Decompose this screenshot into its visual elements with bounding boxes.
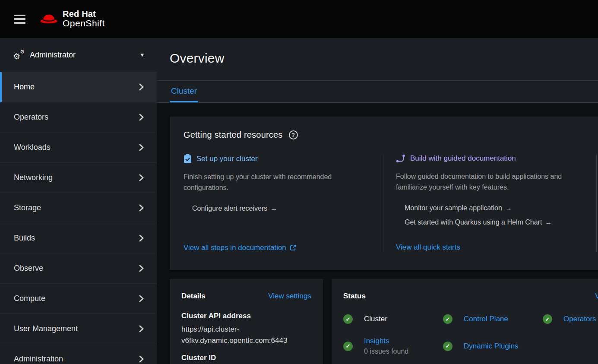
cluster-api-address-value: https://api.cluster-v6fkv.dynamic.opentl… (181, 324, 311, 346)
sidebar-item-label: Operators (14, 113, 48, 122)
cluster-api-address-label: Cluster API address (181, 312, 311, 320)
menu-toggle-icon[interactable] (14, 15, 25, 24)
status-item-cluster: ✓ Cluster (343, 314, 443, 324)
sidebar-item-home[interactable]: Home (0, 72, 157, 102)
brand-name: Red Hat (63, 9, 105, 19)
check-circle-icon: ✓ (343, 314, 353, 324)
status-item-operators: ✓ Operators (543, 314, 598, 324)
getting-started-title: Getting started resources (184, 130, 283, 140)
chevron-right-icon (139, 234, 144, 242)
details-card: Details View settings Cluster API addres… (170, 279, 323, 364)
sidebar-item-storage[interactable]: Storage (0, 193, 157, 223)
cluster-id-label: Cluster ID (181, 354, 311, 362)
sidebar-item-networking[interactable]: Networking (0, 163, 157, 193)
getting-started-col-setup: Set up your cluster Finish setting up yo… (170, 154, 383, 252)
view-all-quick-starts-link[interactable]: View all quick starts (396, 243, 460, 252)
chevron-right-icon (139, 174, 144, 181)
setup-cluster-link[interactable]: Set up your cluster (184, 154, 370, 163)
view-alerts-link[interactable]: View alerts (595, 292, 598, 301)
sidebar-item-compute[interactable]: Compute (0, 284, 157, 314)
sidebar-item-label: Workloads (14, 143, 51, 152)
arrow-right-icon: → (545, 218, 552, 226)
status-item-control-plane: ✓ Control Plane (443, 314, 543, 324)
status-item-dynamic-plugins: ✓ Dynamic Plugins (443, 337, 543, 355)
sidebar-item-label: Administration (14, 355, 63, 364)
sidebar-item-label: Networking (14, 173, 53, 182)
perspective-label: Administrator (30, 51, 140, 60)
tab-bar: Cluster (157, 80, 598, 103)
chevron-right-icon (139, 114, 144, 121)
tab-cluster[interactable]: Cluster (170, 81, 198, 102)
status-insights-link[interactable]: Insights (364, 337, 408, 345)
red-hat-fedora-icon (39, 13, 59, 25)
chevron-right-icon (139, 295, 144, 302)
masthead: Red Hat OpenShift (0, 0, 598, 38)
sidebar-item-operators[interactable]: Operators (0, 102, 157, 133)
sidebar-item-builds[interactable]: Builds (0, 223, 157, 253)
monitor-sample-app-link[interactable]: Monitor your sample application→ (405, 204, 512, 212)
status-grid: ✓ Cluster ✓ Control Plane ✓ Operators (343, 314, 598, 355)
sidebar-item-label: Storage (14, 203, 41, 212)
status-control-plane-link[interactable]: Control Plane (464, 315, 508, 323)
status-title: Status (343, 292, 366, 301)
chevron-right-icon (139, 325, 144, 332)
sidebar-item-label: Home (14, 82, 35, 92)
page-title: Overview (170, 51, 598, 66)
sidebar-item-label: User Management (14, 324, 78, 333)
status-item-insights: ✓ Insights 0 issues found (343, 337, 443, 355)
chevron-right-icon (139, 355, 144, 363)
clipboard-check-icon (184, 154, 192, 163)
perspective-switcher[interactable]: ⚙⚙ Administrator ▾ (0, 38, 157, 72)
brand-text: Red Hat OpenShift (63, 9, 105, 28)
configure-alert-receivers-link[interactable]: Configure alert receivers→ (192, 205, 277, 212)
overview-content: Getting started resources ? Set up your … (157, 103, 598, 364)
guided-documentation-description: Follow guided documentation to build app… (396, 171, 577, 193)
details-title: Details (181, 292, 206, 301)
sidebar-item-label: Compute (14, 294, 45, 303)
setup-cluster-label: Set up your cluster (196, 155, 258, 163)
help-icon[interactable]: ? (289, 130, 298, 139)
check-circle-icon: ✓ (343, 342, 353, 351)
getting-started-card: Getting started resources ? Set up your … (170, 117, 598, 270)
status-cluster-label: Cluster (364, 315, 387, 323)
sidebar-item-administration[interactable]: Administration (0, 344, 157, 364)
sidebar-item-user-management[interactable]: User Management (0, 314, 157, 344)
sidebar-item-observe[interactable]: Observe (0, 253, 157, 284)
chevron-right-icon (139, 265, 144, 272)
check-circle-icon: ✓ (443, 342, 452, 351)
check-circle-icon: ✓ (443, 314, 452, 324)
chevron-right-icon (139, 144, 144, 151)
brand-logo[interactable]: Red Hat OpenShift (39, 9, 105, 28)
view-settings-link[interactable]: View settings (268, 292, 311, 301)
route-icon (396, 154, 405, 163)
sidebar-item-workloads[interactable]: Workloads (0, 133, 157, 163)
view-all-steps-link[interactable]: View all steps in documentation (184, 244, 296, 252)
arrow-right-icon: → (505, 204, 512, 212)
getting-started-col-more (596, 154, 598, 252)
arrow-right-icon: → (270, 205, 277, 212)
sidebar-item-label: Observe (14, 264, 43, 273)
main-area: Overview Cluster Getting started resourc… (157, 38, 598, 364)
chevron-right-icon (139, 83, 144, 91)
status-card: Status View alerts ✓ Cluster ✓ Control P… (332, 279, 598, 364)
getting-started-col-guided: Build with guided documentation Follow g… (383, 154, 596, 252)
guided-documentation-link[interactable]: Build with guided documentation (396, 154, 583, 163)
insights-issues-count: 0 issues found (364, 348, 408, 355)
page-header: Overview (157, 38, 598, 80)
setup-cluster-description: Finish setting up your cluster with reco… (184, 172, 365, 193)
brand-product: OpenShift (63, 19, 105, 28)
sidebar: ⚙⚙ Administrator ▾ Home Operators Worklo… (0, 38, 157, 364)
status-dynamic-plugins-link[interactable]: Dynamic Plugins (464, 342, 519, 351)
status-operators-link[interactable]: Operators (563, 315, 596, 323)
quarkus-helm-chart-link[interactable]: Get started with Quarkus using a Helm Ch… (405, 218, 552, 226)
caret-down-icon: ▾ (140, 51, 144, 59)
chevron-right-icon (139, 204, 144, 212)
check-circle-icon: ✓ (543, 314, 552, 324)
sidebar-item-label: Builds (14, 234, 35, 243)
external-link-icon (290, 244, 296, 251)
guided-documentation-label: Build with guided documentation (410, 154, 516, 163)
sidebar-nav: Home Operators Workloads Networking Stor… (0, 72, 157, 364)
cogs-icon: ⚙⚙ (13, 50, 25, 60)
